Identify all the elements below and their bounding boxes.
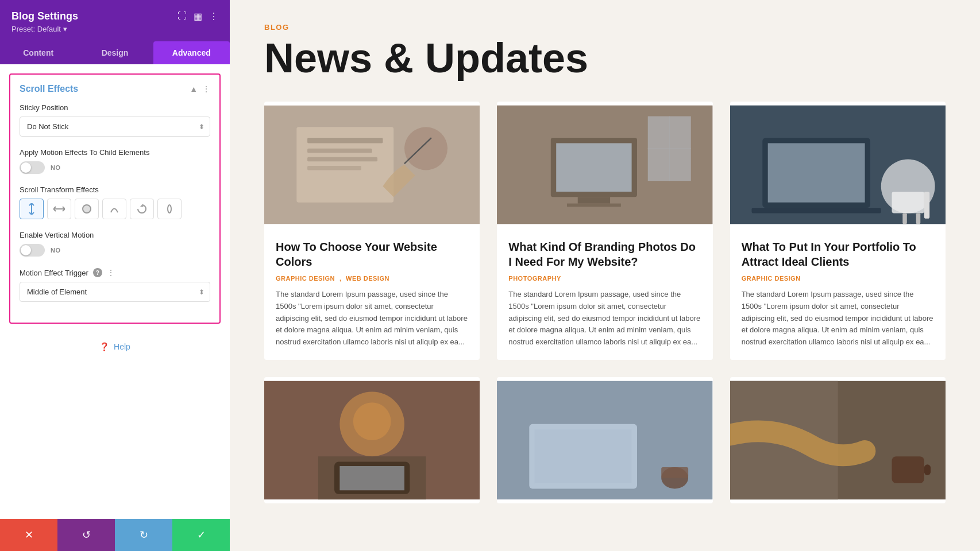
card-2-cat-1[interactable]: PHOTOGRAPHY xyxy=(508,275,561,282)
card-3-cats: GRAPHIC DESIGN xyxy=(742,275,934,282)
panel-header-icons: ⛶ ▦ ⋮ xyxy=(178,11,218,22)
card-2-text: The standard Lorem Ipsum passage, used s… xyxy=(508,289,701,348)
toggle-knob-2 xyxy=(21,245,31,255)
svg-rect-26 xyxy=(924,192,929,219)
panel-title: Blog Settings xyxy=(11,10,78,22)
motion-trigger-header: Motion Effect Trigger ? ⋮ xyxy=(20,268,210,277)
expand-icon[interactable]: ⛶ xyxy=(178,11,187,22)
card-1-cats: GRAPHIC DESIGN , WEB DESIGN xyxy=(276,275,468,282)
motion-trigger-more-icon[interactable]: ⋮ xyxy=(107,268,115,277)
tab-content[interactable]: Content xyxy=(0,41,76,64)
collapse-icon[interactable]: ▲ xyxy=(190,84,198,94)
scroll-transform-label: Scroll Transform Effects xyxy=(20,185,210,194)
motion-trigger-select[interactable]: Middle of Element Top of Element Bottom … xyxy=(20,282,210,302)
svg-rect-5 xyxy=(307,149,372,153)
svg-rect-7 xyxy=(307,166,361,170)
cancel-button[interactable]: ✕ xyxy=(0,519,57,551)
svg-rect-27 xyxy=(902,213,907,224)
transform-scale-btn[interactable] xyxy=(157,199,182,219)
tab-advanced[interactable]: Advanced xyxy=(153,41,230,64)
transform-fade-btn[interactable] xyxy=(75,199,99,219)
apply-motion-toggle[interactable] xyxy=(20,161,45,174)
svg-rect-4 xyxy=(307,138,383,143)
transform-icons xyxy=(20,199,210,219)
transform-horizontal-btn[interactable] xyxy=(47,199,71,219)
svg-rect-25 xyxy=(892,192,924,214)
svg-rect-14 xyxy=(578,197,610,203)
scroll-effects-section: Scroll Effects ▲ ⋮ Sticky Position Do No… xyxy=(9,73,221,324)
blog-card-2: What Kind Of Branding Photos Do I Need F… xyxy=(497,102,712,360)
panel-header: Blog Settings ⛶ ▦ ⋮ Preset: Default ▾ xyxy=(0,0,230,41)
svg-point-0 xyxy=(83,205,91,213)
vertical-motion-toggle-label: NO xyxy=(51,247,61,254)
card-3-cat-1[interactable]: GRAPHIC DESIGN xyxy=(742,275,801,282)
vertical-motion-toggle-row: NO xyxy=(20,244,210,257)
blog-card-4 xyxy=(264,377,480,503)
help-icon[interactable]: ? xyxy=(93,268,102,277)
card-3-body: What To Put In Your Portfolio To Attract… xyxy=(730,228,946,360)
card-5-image xyxy=(497,377,712,503)
panel-body: Scroll Effects ▲ ⋮ Sticky Position Do No… xyxy=(0,64,230,519)
motion-trigger-label: Motion Effect Trigger xyxy=(20,269,88,277)
card-1-title[interactable]: How To Choose Your Website Colors xyxy=(276,239,468,269)
settings-panel: Blog Settings ⛶ ▦ ⋮ Preset: Default ▾ Co… xyxy=(0,0,230,551)
transform-blur-btn[interactable] xyxy=(102,199,126,219)
svg-point-1 xyxy=(168,205,171,213)
vertical-motion-field: Enable Vertical Motion NO xyxy=(20,231,210,257)
save-button[interactable]: ✓ xyxy=(172,519,230,551)
svg-rect-42 xyxy=(892,456,924,483)
panel-preset[interactable]: Preset: Default ▾ xyxy=(11,25,218,33)
svg-rect-34 xyxy=(339,466,404,490)
blog-card-1: How To Choose Your Website Colors GRAPHI… xyxy=(264,102,480,360)
help-circle-icon: ❓ xyxy=(99,342,109,351)
svg-rect-22 xyxy=(767,143,865,202)
motion-trigger-select-wrapper: Middle of Element Top of Element Bottom … xyxy=(20,282,210,302)
sticky-position-select-wrapper: Do Not Stick Stick to Top Stick to Botto… xyxy=(20,117,210,137)
sticky-position-select[interactable]: Do Not Stick Stick to Top Stick to Botto… xyxy=(20,117,210,137)
svg-rect-39 xyxy=(662,467,689,478)
card-3-title[interactable]: What To Put In Your Portfolio To Attract… xyxy=(742,239,934,269)
panel-tabs: Content Design Advanced xyxy=(0,41,230,64)
grid-icon[interactable]: ▦ xyxy=(194,11,202,22)
svg-rect-13 xyxy=(557,143,632,191)
apply-motion-toggle-row: NO xyxy=(20,161,210,174)
card-2-body: What Kind Of Branding Photos Do I Need F… xyxy=(497,228,712,360)
help-area[interactable]: ❓ Help xyxy=(0,333,230,360)
card-4-image xyxy=(264,377,480,503)
section-header: Scroll Effects ▲ ⋮ xyxy=(20,84,210,94)
undo-button[interactable]: ↺ xyxy=(57,519,115,551)
svg-point-32 xyxy=(353,402,391,440)
card-1-cat-sep: , xyxy=(339,275,341,282)
sticky-position-label: Sticky Position xyxy=(20,103,210,112)
vertical-motion-toggle[interactable] xyxy=(20,244,45,257)
sticky-position-field: Sticky Position Do Not Stick Stick to To… xyxy=(20,103,210,137)
tab-design[interactable]: Design xyxy=(76,41,153,64)
svg-rect-15 xyxy=(567,204,621,207)
svg-rect-43 xyxy=(924,464,930,475)
card-6-image xyxy=(730,377,946,503)
blog-heading: News & Updates xyxy=(264,37,946,79)
card-1-body: How To Choose Your Website Colors GRAPHI… xyxy=(264,228,480,360)
card-2-image xyxy=(497,102,712,228)
card-1-cat-1[interactable]: GRAPHIC DESIGN xyxy=(276,275,335,282)
svg-rect-6 xyxy=(307,157,377,162)
blog-label: BLOG xyxy=(264,23,946,32)
svg-rect-23 xyxy=(751,208,881,213)
transform-vertical-btn[interactable] xyxy=(20,199,44,219)
card-2-title[interactable]: What Kind Of Branding Photos Do I Need F… xyxy=(508,239,701,269)
card-1-cat-2[interactable]: WEB DESIGN xyxy=(346,275,389,282)
section-more-icon[interactable]: ⋮ xyxy=(202,84,210,94)
svg-rect-37 xyxy=(535,429,632,483)
transform-rotate-btn[interactable] xyxy=(130,199,154,219)
more-icon[interactable]: ⋮ xyxy=(209,11,218,22)
section-title: Scroll Effects xyxy=(20,84,78,94)
card-1-image xyxy=(264,102,480,228)
toggle-knob xyxy=(21,162,31,173)
card-3-text: The standard Lorem Ipsum passage, used s… xyxy=(742,289,934,348)
redo-button[interactable]: ↻ xyxy=(115,519,172,551)
help-label: Help xyxy=(114,342,130,351)
card-2-cats: PHOTOGRAPHY xyxy=(508,275,701,282)
apply-motion-effects-field: Apply Motion Effects To Child Elements N… xyxy=(20,148,210,174)
panel-footer: ✕ ↺ ↻ ✓ xyxy=(0,519,230,551)
scroll-transform-field: Scroll Transform Effects xyxy=(20,185,210,219)
